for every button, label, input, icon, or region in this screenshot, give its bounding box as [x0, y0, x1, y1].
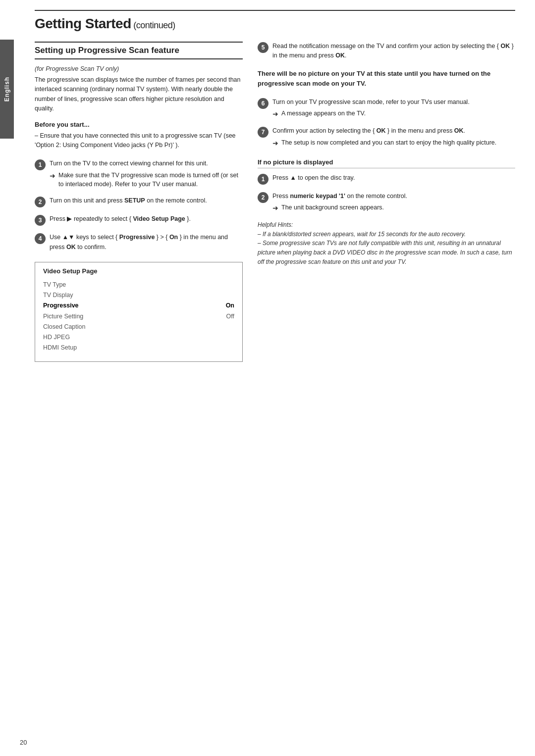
italic-note: (for Progressive Scan TV only) — [35, 65, 243, 72]
step-7: 7 Confirm your action by selecting the {… — [258, 126, 515, 148]
menu-item-tv-type: TV Type — [43, 280, 234, 290]
warning-box: There will be no picture on your TV at t… — [258, 69, 515, 89]
hints-line-1: – If a blank/distorted screen appears, w… — [258, 230, 515, 239]
step-5: 5 Read the notification message on the T… — [258, 42, 515, 61]
step-2-content: Turn on this unit and press SETUP on the… — [50, 196, 243, 205]
warning-text: There will be no picture on your TV at t… — [258, 69, 515, 89]
no-picture-title: If no picture is displayed — [258, 158, 515, 168]
step-4-number: 4 — [35, 233, 46, 244]
step-6-main: Turn on your TV progressive scan mode, r… — [272, 99, 470, 105]
step-1-number: 1 — [35, 159, 46, 170]
step-5-number: 5 — [258, 42, 268, 53]
before-start-label: Before you start... — [35, 121, 243, 128]
setup-box: Video Setup Page TV Type TV Display Prog… — [35, 262, 243, 362]
step-4-content: Use ▲▼ keys to select { Progressive } > … — [50, 233, 243, 252]
no-pic-step-1-content: Press ▲ to open the disc tray. — [272, 173, 515, 183]
step-2-main: Turn on this unit and press SETUP on the… — [50, 197, 207, 204]
step-5-main: Read the notification message on the TV … — [272, 43, 514, 59]
helpful-hints: Helpful Hints: – If a blank/distorted sc… — [258, 220, 515, 266]
hints-line-2: – Some progressive scan TVs are not full… — [258, 239, 515, 266]
arrow-icon-7: ➜ — [272, 138, 278, 149]
menu-item-progressive: ProgressiveOn — [43, 301, 234, 311]
menu-item-tv-display: TV Display — [43, 290, 234, 301]
menu-item-hd-jpeg: HD JPEG — [43, 332, 234, 343]
sidebar-language: English — [0, 40, 14, 139]
step-7-note: ➜ The setup is now completed and you can… — [272, 138, 515, 149]
step-7-main: Confirm your action by selecting the { O… — [272, 127, 465, 134]
page-title-suffix: (continued) — [131, 20, 175, 30]
page-number: 20 — [20, 739, 27, 746]
page-header: Getting Started (continued) — [35, 10, 515, 32]
step-3: 3 Press ▶ repeatedly to select { Video S… — [35, 214, 243, 226]
menu-item-hdmi-setup: HDMI Setup — [43, 343, 234, 353]
step-6-number: 6 — [258, 98, 268, 109]
step-3-main: Press ▶ repeatedly to select { Video Set… — [50, 215, 191, 222]
right-column: 5 Read the notification message on the T… — [258, 42, 515, 362]
step-7-note-text: The setup is now completed and you can s… — [281, 138, 496, 148]
no-pic-step-2-note-text: The unit background screen appears. — [281, 203, 384, 212]
page-wrapper: English Getting Started (continued) Sett… — [0, 0, 535, 756]
step-4: 4 Use ▲▼ keys to select { Progressive } … — [35, 233, 243, 252]
menu-item-picture-setting: Picture SettingOff — [43, 311, 234, 322]
menu-hd-jpeg-label: HD JPEG — [43, 332, 70, 343]
page-title-text: Getting Started — [35, 16, 131, 31]
no-pic-step-2-content: Press numeric keypad '1' on the remote c… — [272, 192, 515, 213]
arrow-icon-1: ➜ — [50, 171, 55, 181]
section-title: Setting up Progressive Scan feature — [35, 42, 243, 59]
page-title: Getting Started (continued) — [35, 16, 515, 32]
no-pic-step-2-number: 2 — [258, 192, 268, 203]
language-label: English — [3, 77, 10, 101]
menu-progressive-value: On — [226, 301, 234, 311]
arrow-icon-6: ➜ — [272, 109, 278, 119]
step-6-content: Turn on your TV progressive scan mode, r… — [272, 98, 515, 119]
menu-tv-display-label: TV Display — [43, 290, 73, 301]
setup-box-title: Video Setup Page — [43, 267, 234, 275]
menu-tv-type-label: TV Type — [43, 280, 66, 290]
no-pic-step-2: 2 Press numeric keypad '1' on the remote… — [258, 192, 515, 213]
step-6-note: ➜ A message appears on the TV. — [272, 109, 515, 119]
step-4-main: Use ▲▼ keys to select { Progressive } > … — [50, 234, 228, 250]
menu-progressive-label: Progressive — [43, 301, 79, 311]
step-2-number: 2 — [35, 197, 46, 207]
step-6: 6 Turn on your TV progressive scan mode,… — [258, 98, 515, 119]
step-1-note: ➜ Make sure that the TV progressive scan… — [50, 171, 243, 190]
step-1-main: Turn on the TV to the correct viewing ch… — [50, 160, 208, 167]
step-1-content: Turn on the TV to the correct viewing ch… — [50, 159, 243, 189]
menu-item-closed-caption: Closed Caption — [43, 322, 234, 332]
hints-title: Helpful Hints: — [258, 220, 515, 230]
no-pic-step-1: 1 Press ▲ to open the disc tray. — [258, 173, 515, 185]
no-pic-step-2-note: ➜ The unit background screen appears. — [272, 203, 515, 213]
menu-picture-setting-label: Picture Setting — [43, 311, 83, 322]
step-7-number: 7 — [258, 127, 268, 138]
before-start-text: – Ensure that you have connected this un… — [35, 131, 243, 151]
step-7-content: Confirm your action by selecting the { O… — [272, 126, 515, 148]
menu-closed-caption-label: Closed Caption — [43, 322, 85, 332]
intro-text: The progressive scan displays twice the … — [35, 75, 243, 114]
step-5-content: Read the notification message on the TV … — [272, 42, 515, 61]
two-column-layout: Setting up Progressive Scan feature (for… — [35, 42, 515, 362]
main-content: Getting Started (continued) Setting up P… — [15, 0, 535, 382]
step-6-note-text: A message appears on the TV. — [281, 109, 366, 118]
left-column: Setting up Progressive Scan feature (for… — [35, 42, 243, 362]
step-1-note-text: Make sure that the TV progressive scan m… — [58, 171, 243, 190]
arrow-icon-np2: ➜ — [272, 203, 278, 213]
step-1: 1 Turn on the TV to the correct viewing … — [35, 159, 243, 189]
step-3-content: Press ▶ repeatedly to select { Video Set… — [50, 214, 243, 224]
no-pic-step-1-text: Press ▲ to open the disc tray. — [272, 174, 355, 181]
menu-hdmi-setup-label: HDMI Setup — [43, 343, 77, 353]
step-3-number: 3 — [35, 215, 46, 226]
menu-picture-setting-value: Off — [226, 311, 234, 322]
no-pic-step-1-number: 1 — [258, 174, 268, 185]
no-pic-step-2-text: Press numeric keypad '1' on the remote c… — [272, 193, 407, 200]
step-2: 2 Turn on this unit and press SETUP on t… — [35, 196, 243, 207]
